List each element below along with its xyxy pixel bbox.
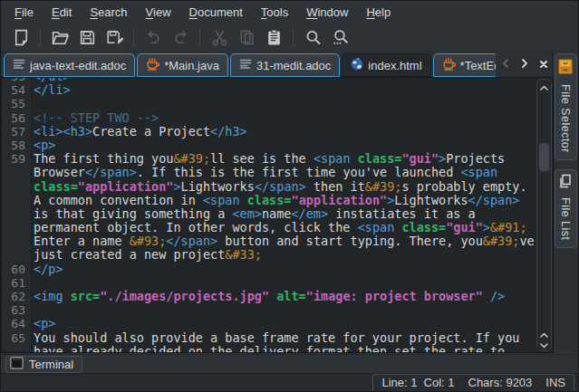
status-col[interactable]: Col: 1 <box>424 376 455 389</box>
toolbar-button-new-document[interactable] <box>7 25 34 49</box>
vertical-scrollbar[interactable] <box>536 79 552 351</box>
tab-label: java-text-edit.adoc <box>30 59 126 72</box>
code-line: Browser</span>. If this is the first tim… <box>2 166 536 179</box>
sidebar-tab-label: File List <box>559 197 572 241</box>
code-text: A common convention in <span class="appl… <box>32 194 536 207</box>
scroll-up-button[interactable] <box>537 81 551 91</box>
code-text <box>32 276 536 290</box>
code-text: <!-- STEP TWO --> <box>32 111 536 125</box>
toolbar-button-cut[interactable] <box>206 25 233 49</box>
tab-strip: java-text-edit.adoc*Main.java31-medit.ad… <box>1 51 496 77</box>
tab-texted[interactable]: *TextEd <box>433 53 496 77</box>
toolbar-button-find[interactable] <box>299 25 326 49</box>
toolbar-button-open-file[interactable] <box>46 25 73 49</box>
code-text: Browser</span>. If this is the first tim… <box>32 166 536 179</box>
tab-scroll-left-button[interactable] <box>497 55 515 74</box>
text-doc-icon <box>239 58 252 72</box>
toolbar-button-find-replace[interactable] <box>326 25 353 49</box>
status-line[interactable]: Line: 1 <box>381 376 417 389</box>
toolbar-separator <box>40 29 41 46</box>
sidebar-tab-label: File Selector <box>559 84 572 153</box>
menu-item-file[interactable]: File <box>5 2 43 23</box>
terminal-panel-label: Terminal <box>29 358 73 371</box>
code-text: is that giving something a <em>name</em>… <box>32 207 536 221</box>
find-icon <box>304 28 323 47</box>
chevron-left-icon <box>501 58 510 72</box>
code-text: Enter a name &#93;</span> button and sta… <box>32 234 536 248</box>
code-text: <p> <box>32 139 536 152</box>
code-area[interactable]: 53</ul>54</li>5556<!-- STEP TWO -->57<li… <box>2 78 536 352</box>
code-line: 60</p> <box>2 263 536 276</box>
menu-item-edit[interactable]: Edit <box>43 2 81 23</box>
line-number <box>2 345 32 352</box>
toolbar-button-paste[interactable] <box>260 25 287 49</box>
menu-item-tools[interactable]: Tools <box>252 2 297 23</box>
toolbar-button-save[interactable] <box>73 25 101 49</box>
find-replace-icon <box>331 28 350 47</box>
tab-31-medit-adoc[interactable]: 31-medit.adoc <box>230 53 340 77</box>
editor-pane[interactable]: 53</ul>54</li>5556<!-- STEP TWO -->57<li… <box>1 77 554 353</box>
code-text: <p> <box>32 317 536 330</box>
line-number: 65 <box>2 331 32 345</box>
code-line: 62<img src="./images/projects.jpg" alt="… <box>2 290 536 303</box>
tab-scroll-right-button[interactable] <box>516 55 534 74</box>
line-number: 62 <box>2 290 32 303</box>
code-text: permanent object. In other words, click … <box>32 221 536 234</box>
tab-close-button[interactable] <box>535 55 553 74</box>
line-number <box>2 166 32 179</box>
arrow-down-icon <box>540 338 548 351</box>
code-line: 59The first thing you&#39;ll see is the … <box>2 152 536 166</box>
status-insert-mode[interactable]: INS <box>545 376 565 389</box>
line-number: 57 <box>2 125 32 139</box>
scroll-down-button[interactable] <box>537 339 551 349</box>
cut-icon <box>210 28 229 47</box>
tab-main-java[interactable]: *Main.java <box>137 53 228 77</box>
tabbar: java-text-edit.adoc*Main.java31-medit.ad… <box>1 51 554 77</box>
code-line: 54</li> <box>2 83 536 97</box>
undo-icon <box>144 28 163 47</box>
tab-label: *TextEd <box>460 59 496 72</box>
code-text: <img src="./images/projects.jpg" alt="im… <box>32 290 536 303</box>
scroll-thumb[interactable] <box>539 143 549 171</box>
arrow-up-icon <box>540 80 548 93</box>
code-line: 61 <box>2 276 536 290</box>
line-number: 60 <box>2 263 32 276</box>
terminal-panel-button[interactable]: Terminal <box>5 356 82 373</box>
code-text <box>32 97 536 110</box>
menu-item-document[interactable]: Document <box>180 2 252 23</box>
toolbar-button-redo[interactable] <box>167 25 194 49</box>
code-line: 63 <box>2 303 536 317</box>
code-line: just created a new project&#33; <box>2 248 536 262</box>
sidebar-tab-file-selector[interactable]: File Selector <box>555 53 577 160</box>
paste-icon <box>265 28 284 47</box>
java-coffee-icon <box>146 58 159 73</box>
tab-index-html[interactable]: index.html <box>342 53 430 77</box>
file-list-icon <box>558 174 573 192</box>
menu-item-window[interactable]: Window <box>297 2 357 23</box>
toolbar-button-undo[interactable] <box>140 25 167 49</box>
line-number: 59 <box>2 152 32 166</box>
code-line: A common convention in <span class="appl… <box>2 194 536 207</box>
text-editor-window: FileEditSearchViewDocumentToolsWindowHel… <box>0 0 579 392</box>
sidebar-tab-file-list[interactable]: File List <box>555 169 577 248</box>
toolbar-button-save-as[interactable] <box>101 25 128 49</box>
code-line: 58<p> <box>2 139 536 152</box>
status-box: Line: 1 Col: 1 Chars: 9203 INS <box>372 374 574 392</box>
line-number: 55 <box>2 97 32 110</box>
toolbar-button-copy[interactable] <box>233 25 260 49</box>
code-line: 56<!-- STEP TWO --> <box>2 111 536 125</box>
save-icon <box>78 28 97 47</box>
line-number: 58 <box>2 139 32 152</box>
code-text: You should also provide a base frame rat… <box>32 331 536 345</box>
menu-item-search[interactable]: Search <box>81 2 136 23</box>
code-text: just created a new project&#33; <box>32 248 536 262</box>
line-number: 56 <box>2 111 32 125</box>
menu-item-help[interactable]: Help <box>357 2 400 23</box>
code-line: 55 <box>2 97 536 110</box>
menu-item-view[interactable]: View <box>137 2 180 23</box>
statusbar: Line: 1 Col: 1 Chars: 9203 INS <box>1 373 578 391</box>
tab-java-text-edit-adoc[interactable]: java-text-edit.adoc <box>4 53 135 77</box>
status-chars: Chars: 9203 <box>468 376 533 389</box>
new-document-icon <box>12 28 31 47</box>
line-number: 61 <box>2 276 32 290</box>
